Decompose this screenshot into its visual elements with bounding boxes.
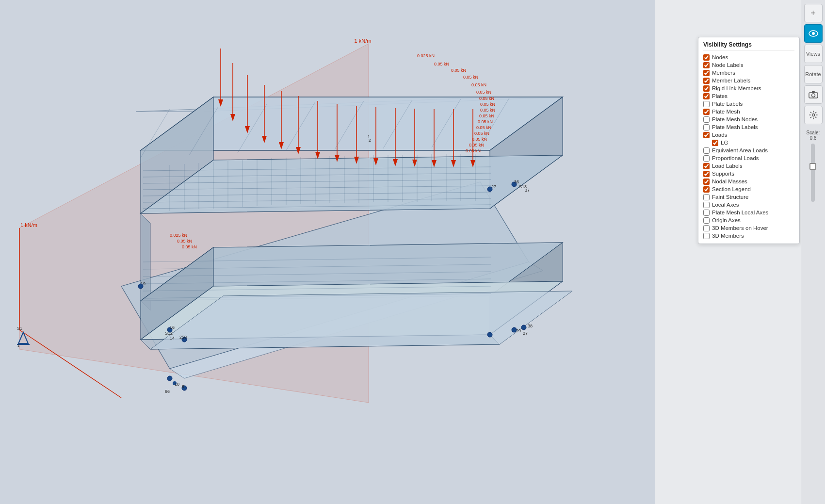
- vis-checkbox-plate-labels[interactable]: [703, 101, 710, 107]
- svg-text:1: 1: [17, 343, 20, 348]
- vis-checkbox-nodes[interactable]: [703, 54, 710, 61]
- vis-label-local-axes: Local Axes: [712, 202, 739, 208]
- svg-text:S1: S1: [17, 326, 22, 331]
- vis-checkbox-origin-axes[interactable]: [703, 217, 710, 224]
- svg-text:0.05 kN: 0.05 kN: [479, 96, 494, 101]
- svg-point-149: [812, 114, 814, 116]
- camera-button[interactable]: [804, 85, 823, 104]
- svg-text:27: 27: [523, 331, 528, 336]
- vis-label-3d-members: 3D Members: [712, 233, 744, 239]
- vis-label-load-labels: Load Labels: [712, 163, 743, 169]
- vis-checkbox-loads[interactable]: [703, 132, 710, 138]
- toolbar: + Views Rotate Scale:: [801, 0, 825, 504]
- vis-item-member-labels: Member Labels: [703, 77, 794, 84]
- scale-slider[interactable]: [811, 144, 815, 202]
- scale-slider-thumb[interactable]: [809, 163, 816, 170]
- vis-label-plate-mesh-local-axes: Plate Mesh Local Axes: [712, 210, 768, 215]
- svg-text:10: 10: [175, 382, 179, 387]
- vis-item-supports: Supports: [703, 170, 794, 178]
- vis-checkbox-rigid-link-members[interactable]: [703, 85, 710, 92]
- vis-label-nodal-masses: Nodal Masses: [712, 179, 747, 184]
- svg-text:0.05 kN: 0.05 kN: [480, 102, 495, 107]
- scale-container: Scale: 0.6: [807, 130, 820, 202]
- svg-text:0.05 kN: 0.05 kN: [469, 143, 484, 147]
- svg-text:250: 250: [179, 335, 187, 340]
- structure-svg: 1 kN/m 0.025 kN 0.05 kN 0.05 kN 0.05 kN …: [0, 0, 655, 504]
- vis-label-section-legend: Section Legend: [712, 186, 751, 192]
- vis-item-plates: Plates: [703, 92, 794, 100]
- svg-text:0.05 kN: 0.05 kN: [451, 68, 466, 73]
- vis-checkbox-lg[interactable]: [712, 140, 718, 146]
- vis-item-nodes: Nodes: [703, 53, 794, 61]
- vis-item-3d-members: 3D Members: [703, 232, 794, 240]
- svg-point-147: [811, 94, 815, 97]
- rotate-button[interactable]: Rotate: [804, 65, 823, 83]
- svg-text:S12: S12: [165, 331, 173, 336]
- vis-label-origin-axes: Origin Axes: [712, 217, 741, 223]
- vis-checkbox-faint-structure[interactable]: [703, 194, 710, 200]
- svg-text:16: 16: [170, 325, 175, 330]
- settings-button[interactable]: [804, 106, 823, 124]
- vis-item-plate-mesh-local-axes: Plate Mesh Local Axes: [703, 209, 794, 216]
- vis-checkbox-local-axes[interactable]: [703, 202, 710, 208]
- vis-items-container: NodesNode LabelsMembersMember LabelsRigi…: [703, 53, 794, 240]
- vis-item-members: Members: [703, 69, 794, 77]
- vis-label-nodes: Nodes: [712, 54, 728, 60]
- svg-text:0.05 kN: 0.05 kN: [463, 75, 478, 80]
- vis-item-proportional-loads: Proportional Loads: [703, 154, 794, 162]
- vis-checkbox-plate-mesh[interactable]: [703, 109, 710, 115]
- vis-item-plate-labels: Plate Labels: [703, 100, 794, 108]
- vis-label-plate-mesh-labels: Plate Mesh Labels: [712, 124, 758, 130]
- visibility-title: Visibility Settings: [703, 41, 794, 50]
- vis-checkbox-3d-members-on-hover[interactable]: [703, 225, 710, 231]
- vis-item-nodal-masses: Nodal Masses: [703, 178, 794, 185]
- vis-checkbox-members[interactable]: [703, 70, 710, 76]
- vis-item-plate-mesh-labels: Plate Mesh Labels: [703, 123, 794, 131]
- scale-label: Scale: 0.6: [807, 130, 820, 141]
- svg-text:14: 14: [170, 336, 175, 341]
- visibility-panel: Visibility Settings NodesNode LabelsMemb…: [698, 37, 800, 244]
- svg-text:37: 37: [525, 188, 530, 193]
- vis-item-3d-members-on-hover: 3D Members on Hover: [703, 224, 794, 232]
- vis-label-equivalent-area-loads: Equivalent Area Loads: [712, 147, 768, 153]
- vis-label-lg: LG: [721, 140, 728, 146]
- vis-label-plate-labels: Plate Labels: [712, 101, 743, 107]
- svg-point-119: [521, 325, 526, 330]
- vis-checkbox-member-labels[interactable]: [703, 78, 710, 84]
- vis-checkbox-3d-members[interactable]: [703, 233, 710, 239]
- vis-checkbox-plate-mesh-local-axes[interactable]: [703, 210, 710, 216]
- vis-label-members: Members: [712, 70, 735, 76]
- zoom-in-button[interactable]: +: [804, 4, 823, 22]
- vis-checkbox-plates[interactable]: [703, 93, 710, 99]
- vis-label-supports: Supports: [712, 171, 734, 177]
- svg-text:0.025 kN: 0.025 kN: [170, 233, 187, 238]
- vis-checkbox-equivalent-area-loads[interactable]: [703, 147, 710, 154]
- vis-checkbox-node-labels[interactable]: [703, 62, 710, 68]
- vis-checkbox-plate-mesh-labels[interactable]: [703, 124, 710, 130]
- views-button[interactable]: Views: [804, 45, 823, 63]
- vis-item-faint-structure: Faint Structure: [703, 193, 794, 201]
- svg-text:0.05 kN: 0.05 kN: [479, 114, 494, 118]
- svg-text:29: 29: [516, 328, 521, 333]
- svg-text:0.05 kN: 0.05 kN: [478, 119, 493, 124]
- svg-text:0.05 kN: 0.05 kN: [480, 108, 495, 113]
- svg-text:1: 1: [368, 134, 370, 139]
- vis-checkbox-proportional-loads[interactable]: [703, 155, 710, 162]
- svg-text:66: 66: [165, 389, 170, 394]
- vis-item-lg: LG: [703, 139, 794, 146]
- vis-item-plate-mesh: Plate Mesh: [703, 108, 794, 115]
- vis-label-rigid-link-members: Rigid Link Members: [712, 85, 761, 91]
- svg-point-120: [167, 376, 172, 381]
- vis-item-node-labels: Node Labels: [703, 61, 794, 69]
- svg-text:0.05 kN: 0.05 kN: [471, 82, 486, 87]
- vis-checkbox-supports[interactable]: [703, 171, 710, 177]
- vis-checkbox-plate-mesh-nodes[interactable]: [703, 116, 710, 123]
- vis-checkbox-section-legend[interactable]: [703, 186, 710, 193]
- vis-checkbox-load-labels[interactable]: [703, 163, 710, 169]
- eye-button[interactable]: [804, 24, 823, 43]
- vis-label-proportional-loads: Proportional Loads: [712, 155, 759, 161]
- vis-checkbox-nodal-masses[interactable]: [703, 179, 710, 185]
- vis-item-load-labels: Load Labels: [703, 162, 794, 170]
- viewport: 1 kN/m 0.025 kN 0.05 kN 0.05 kN 0.05 kN …: [0, 0, 655, 504]
- vis-item-section-legend: Section Legend: [703, 185, 794, 193]
